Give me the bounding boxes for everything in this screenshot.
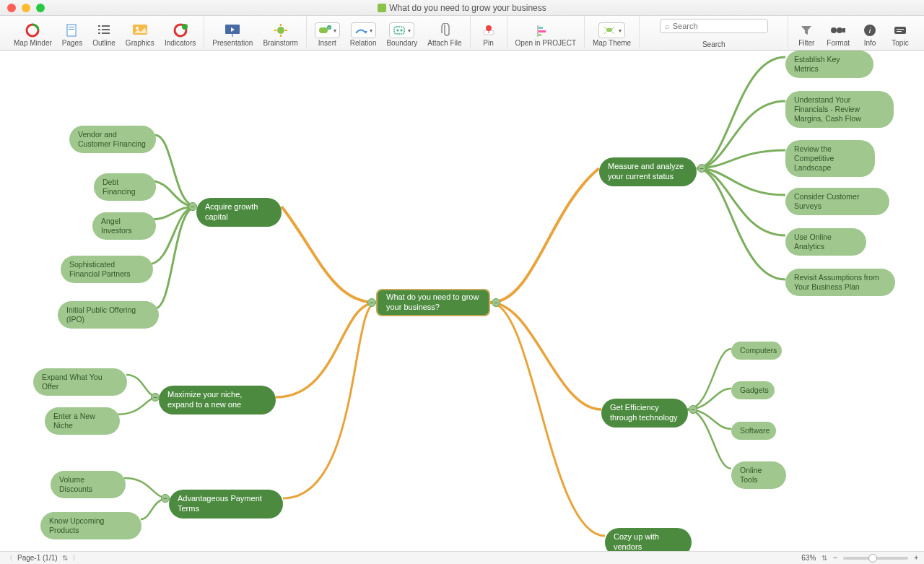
outline-button[interactable]: Outline: [90, 21, 118, 48]
svg-rect-2: [69, 27, 74, 27]
window-title: What do you need to grow your business: [0, 3, 924, 13]
node-volume-discounts[interactable]: Volume Discounts: [51, 471, 126, 498]
chevron-down-icon: ▾: [619, 27, 622, 34]
attach-file-button[interactable]: Attach File: [425, 21, 463, 48]
node-angel-investors[interactable]: Angel Investors: [92, 212, 156, 240]
chevron-down-icon: ▾: [334, 27, 336, 34]
status-bar: 〈 Page-1 (1/1) ⇅ 〉 63% ⇅ − +: [0, 551, 924, 564]
node-vendor-customer-financing[interactable]: Vendor and Customer Financing: [69, 126, 156, 153]
node-measure-analyze[interactable]: Measure and analyze your current status: [599, 157, 697, 186]
collapse-toggle[interactable]: –: [161, 494, 170, 503]
node-gadgets[interactable]: Gadgets: [731, 381, 775, 399]
node-understand-financials[interactable]: Understand Your Financials - Review Marg…: [785, 91, 894, 128]
window-controls: [7, 4, 45, 12]
pin-button[interactable]: Pin: [476, 21, 501, 48]
node-efficiency-technology[interactable]: Get Efficiency through technology: [601, 399, 688, 428]
map-theme-button[interactable]: ▾ Map Theme: [590, 21, 633, 48]
document-icon: [378, 4, 386, 12]
collapse-toggle[interactable]: –: [188, 202, 197, 211]
title-bar: What do you need to grow your business: [0, 0, 924, 16]
zoom-stepper-icon[interactable]: ⇅: [821, 554, 827, 562]
prev-page-button[interactable]: 〈: [6, 553, 13, 563]
node-software[interactable]: Software: [731, 422, 776, 440]
graphics-button[interactable]: Graphics: [123, 21, 157, 48]
chevron-down-icon: ▾: [408, 27, 411, 34]
format-button[interactable]: Format: [824, 21, 852, 48]
svg-rect-4: [98, 25, 100, 27]
collapse-toggle[interactable]: –: [689, 405, 697, 414]
insert-button[interactable]: +▾ Insert: [313, 21, 342, 48]
search-input[interactable]: [673, 22, 772, 30]
node-revisit-assumptions[interactable]: Revisit Assumptions from Your Business P…: [785, 269, 895, 296]
svg-point-17: [277, 27, 284, 34]
next-page-button[interactable]: 〉: [72, 553, 79, 563]
node-enter-new-niche[interactable]: Enter a New Niche: [45, 407, 120, 435]
node-key-metrics[interactable]: Establish Key Metrics: [785, 51, 873, 78]
svg-rect-43: [842, 28, 845, 32]
svg-rect-32: [539, 27, 543, 29]
zoom-in-button[interactable]: +: [914, 554, 918, 562]
boundary-button[interactable]: ▾ Boundary: [384, 21, 419, 48]
zoom-window-button[interactable]: [36, 4, 45, 12]
info-button[interactable]: i Info: [858, 21, 882, 48]
zoom-value: 63%: [801, 554, 816, 562]
svg-rect-3: [69, 29, 74, 30]
chevron-down-icon: ▾: [370, 27, 372, 34]
close-window-button[interactable]: [7, 4, 16, 12]
node-ipo[interactable]: Initial Public Offering (IPO): [58, 301, 159, 329]
search-icon: ⌕: [665, 22, 670, 30]
svg-line-40: [612, 32, 614, 34]
mindmap-canvas[interactable]: What do you need to grow your business? …: [0, 51, 924, 551]
node-competitive-landscape[interactable]: Review the Competitive Landscape: [785, 140, 875, 177]
central-topic[interactable]: What do you need to grow your business?: [376, 289, 490, 316]
filter-button[interactable]: Filter: [794, 21, 819, 48]
svg-point-41: [831, 27, 837, 33]
zoom-out-button[interactable]: −: [833, 554, 837, 562]
page-stepper-icon[interactable]: ⇅: [62, 554, 68, 562]
svg-text:+: +: [328, 25, 331, 30]
svg-rect-5: [102, 25, 110, 27]
collapse-toggle[interactable]: –: [697, 164, 706, 173]
toolbar: Map Minder Pages Outline Graphics Indica…: [0, 16, 924, 51]
brainstorm-button[interactable]: Brainstorm: [261, 21, 300, 48]
map-minder-button[interactable]: Map Minder: [12, 21, 54, 48]
topic-button[interactable]: Topic: [888, 21, 912, 48]
indicators-button[interactable]: Indicators: [162, 21, 198, 48]
svg-point-42: [837, 27, 842, 33]
open-in-project-button[interactable]: Open in PROJECT: [513, 21, 578, 48]
window-title-text: What do you need to grow your business: [389, 3, 546, 13]
node-customer-surveys[interactable]: Consider Customer Surveys: [785, 188, 889, 215]
zoom-slider[interactable]: [843, 557, 908, 560]
collapse-toggle-left[interactable]: –: [367, 298, 376, 307]
svg-rect-7: [102, 29, 110, 30]
node-acquire-growth-capital[interactable]: Acquire growth capital: [196, 198, 282, 227]
svg-rect-6: [98, 29, 100, 30]
svg-point-11: [136, 27, 139, 30]
search-field[interactable]: ⌕: [660, 19, 768, 33]
node-online-analytics[interactable]: Use Online Analytics: [785, 228, 866, 256]
pages-button[interactable]: Pages: [60, 21, 84, 48]
collapse-toggle[interactable]: –: [151, 393, 160, 402]
svg-rect-22: [319, 27, 328, 33]
presentation-button[interactable]: Presentation: [210, 21, 255, 48]
node-online-tools[interactable]: Online Tools: [731, 461, 786, 489]
svg-rect-8: [98, 32, 100, 34]
svg-rect-9: [102, 32, 110, 34]
minimize-window-button[interactable]: [22, 4, 30, 12]
node-know-upcoming[interactable]: Know Upcoming Products: [40, 512, 141, 539]
node-expand-offer[interactable]: Expand What You Offer: [33, 368, 127, 396]
relation-button[interactable]: ▾ Relation: [348, 21, 379, 48]
node-debt-financing[interactable]: Debt Financing: [94, 173, 156, 201]
collapse-toggle-right[interactable]: –: [492, 298, 500, 307]
node-payment-terms[interactable]: Advantageous Payment Terms: [169, 490, 283, 519]
svg-point-30: [486, 25, 492, 31]
page-indicator: Page-1 (1/1): [17, 554, 58, 562]
svg-line-37: [604, 27, 606, 29]
node-maximize-niche[interactable]: Maximize your niche, expand to a new one: [159, 386, 276, 415]
svg-line-39: [604, 32, 606, 34]
node-computers[interactable]: Computers: [731, 342, 782, 360]
svg-point-13: [182, 24, 188, 30]
svg-rect-1: [67, 25, 76, 36]
node-sophisticated-partners[interactable]: Sophisticated Financial Partners: [61, 256, 153, 283]
svg-rect-34: [539, 34, 541, 36]
